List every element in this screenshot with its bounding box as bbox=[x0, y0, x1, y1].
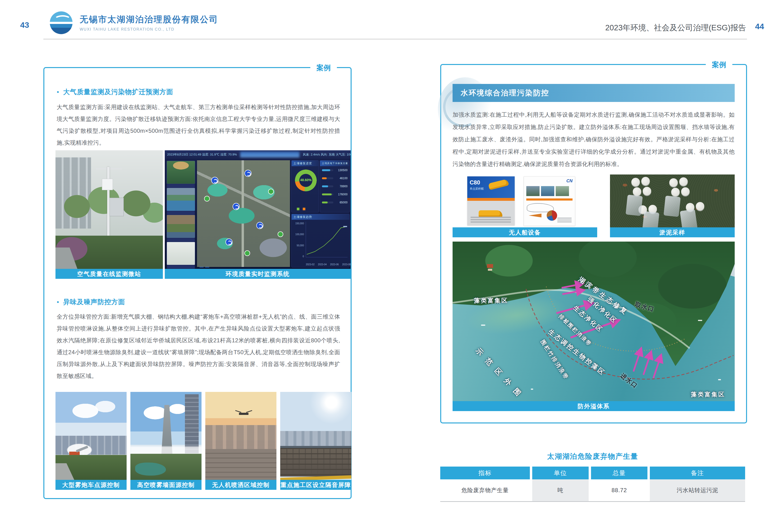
air-station-photo bbox=[55, 150, 163, 269]
figure-caption: 无人机喷洒区域控制 bbox=[205, 480, 276, 490]
gull-icon bbox=[54, 15, 71, 24]
map-marker bbox=[256, 222, 263, 229]
table-cell: 危险废弃物产生量 bbox=[440, 479, 530, 501]
figure-drone-spray: 无人机喷洒区域控制 bbox=[205, 392, 276, 490]
figure-caption: 高空喷雾墙面源控制 bbox=[131, 480, 201, 490]
mud-sampling-photo bbox=[610, 174, 735, 227]
figure-overflow-system: 湖滨带生态修复 强化净化区 生态净化区 排桩围栏消浪带 生态调控生物控藻区 围栏… bbox=[453, 242, 735, 411]
satellite-map bbox=[197, 160, 290, 267]
table-col-indicator: 指标 危险废弃物产生量 bbox=[440, 467, 530, 501]
header-divider bbox=[44, 39, 747, 39]
company-block: 无锡市太湖湖泊治理股份有限公司 WUXI TAIHU LAKE RESTORAT… bbox=[80, 14, 218, 31]
map-marker bbox=[245, 170, 252, 177]
camera-thumb bbox=[167, 242, 195, 265]
figure-mud: 淤泥采样 bbox=[610, 174, 735, 237]
figure-caption: 大型雾炮车点源控制 bbox=[55, 480, 127, 490]
drone-spray-photo bbox=[205, 392, 276, 480]
report-title: 2023年环境、社会及公司治理(ESG)报告 bbox=[605, 23, 746, 33]
table-cell: 吨 bbox=[532, 479, 589, 501]
company-name-en: WUXI TAIHU LAKE RESTORATION CO., LTD bbox=[80, 27, 218, 31]
sound-barrier-photo bbox=[280, 392, 351, 480]
section-body-air: 大气质量监测方面:采用建设在线监测站、大气走航车、第三方检测单位采样检测等针对性… bbox=[57, 101, 340, 149]
figure-sound-barrier: 重点施工区设立隔音屏障 bbox=[280, 392, 351, 490]
page-number-left: 43 bbox=[20, 20, 29, 30]
figure-boat: C80 单点采样船 CN 无人船设备 bbox=[453, 174, 597, 237]
map-marker-green bbox=[204, 196, 210, 201]
table-header: 总量 bbox=[591, 467, 647, 479]
map-marker-green bbox=[245, 250, 250, 256]
lake-rendering: 湖滨带生态修复 强化净化区 生态净化区 排桩围栏消浪带 生态调控生物控藻区 围栏… bbox=[453, 242, 735, 401]
trend-line-chart bbox=[305, 221, 348, 259]
panel-totals: 土壤及地下水修复总量 130500 46100 78900 176000 650… bbox=[320, 160, 350, 213]
fog-cannon-photo bbox=[55, 392, 127, 480]
section-body-odor: 全方位异味管控方面:新增充气膜大棚、钢结构大棚,构建“雾炮车+高空喷淋桩群+无人… bbox=[57, 311, 340, 382]
table-col-note: 备注 污水站转运污泥 bbox=[650, 467, 745, 501]
progress-value: 48.60% bbox=[295, 178, 317, 182]
table-header: 单位 bbox=[532, 467, 589, 479]
pie-diagram-shape bbox=[547, 210, 557, 221]
dashboard-datetime: 2023年8月23日 12:01:49 温度: 31.9℃ 湿度: 70.9% bbox=[167, 152, 237, 157]
brand-logo: CN bbox=[566, 178, 572, 184]
company-name-cn: 无锡市太湖湖泊治理股份有限公司 bbox=[80, 14, 218, 25]
case-body-water: 加强水质监测:在施工过程中,利用无人船等设备定期对水质进行监测,确保施工活动不对… bbox=[453, 109, 735, 170]
donut-legend bbox=[297, 208, 305, 210]
yellow-boat-shape bbox=[479, 210, 502, 217]
waste-table: 指标 危险废弃物产生量 单位 吨 总量 88.72 备注 污水站转运污泥 bbox=[440, 467, 745, 502]
figure-caption: 环境质量实时监测系统 bbox=[165, 269, 351, 279]
right-case-box: 案例 水环境综合治理污染防控 加强水质监测:在施工过程中,利用无人船等设备定期对… bbox=[440, 64, 747, 423]
case-tag-right: 案例 bbox=[706, 59, 732, 70]
figure-caption: 重点施工区设立隔音屏障 bbox=[280, 480, 351, 490]
drone-shape bbox=[239, 413, 248, 415]
brochure-page-1: C80 单点采样船 bbox=[467, 176, 515, 225]
case-banner: 水环境综合治理污染防控 bbox=[453, 84, 735, 102]
diagram-label: 藻类富集区 bbox=[474, 297, 508, 304]
trend-y-axis: 150,000 100,000 50,000 0 bbox=[293, 222, 304, 258]
panel-progress: 土壤修复进度 48.60% bbox=[291, 160, 319, 213]
table-title: 太湖湖泊危险废弃物产生量 bbox=[440, 452, 745, 461]
page-number-right: 44 bbox=[755, 22, 764, 31]
map-marker-green bbox=[268, 189, 274, 194]
dashboard-topbar: 2023年8月23日 12:01:49 温度: 31.9℃ 湿度: 70.9% … bbox=[165, 150, 351, 159]
figure-fog-cannon: 大型雾炮车点源控制 bbox=[55, 392, 127, 490]
figure-caption: 无人船设备 bbox=[453, 227, 597, 237]
report-spread: 43 无锡市太湖湖泊治理股份有限公司 WUXI TAIHU LAKE RESTO… bbox=[0, 0, 784, 532]
left-case-box: 案例 ● 大气质量监测及污染物扩迁预测方面 大气质量监测方面:采用建设在线监测站… bbox=[44, 67, 352, 499]
figure-dashboard: 2023年8月23日 12:01:49 温度: 31.9℃ 湿度: 70.9% … bbox=[165, 150, 351, 279]
diagram-label: 藻类富集区 bbox=[691, 390, 725, 398]
dashboard-screenshot: 2023年8月23日 12:01:49 温度: 31.9℃ 湿度: 70.9% … bbox=[165, 150, 351, 269]
panel-trend: 土壤修复趋势 150,000 100,000 50,000 0 2 bbox=[291, 214, 350, 268]
table-header: 备注 bbox=[650, 467, 745, 479]
map-marker bbox=[225, 239, 232, 246]
bullet-icon: ● bbox=[57, 90, 59, 94]
dashboard-title-blurred bbox=[240, 152, 300, 158]
figure-caption: 淤泥采样 bbox=[610, 227, 735, 237]
table-cell: 88.72 bbox=[591, 479, 647, 501]
trend-x-axis: 2023-02 2023-04 2023-06 2023-08 bbox=[306, 263, 351, 266]
camera-thumb bbox=[167, 188, 195, 211]
spray-wall-photo bbox=[131, 392, 201, 480]
camera-thumb bbox=[167, 215, 195, 238]
company-logo bbox=[50, 11, 73, 34]
map-marker bbox=[211, 177, 218, 184]
map-marker bbox=[232, 203, 240, 210]
section-title-air: ● 大气质量监测及污染物扩迁预测方面 bbox=[57, 87, 173, 96]
boat-brochure: C80 单点采样船 CN bbox=[453, 174, 597, 227]
section-title-odor: ● 异味及噪声防控方面 bbox=[57, 298, 125, 307]
dashboard-weather: 风速: 2.4m/s 风向: 东南 大气压: 100.5pa bbox=[303, 152, 351, 157]
table-col-total: 总量 88.72 bbox=[591, 467, 647, 501]
figure-caption: 防外溢体系 bbox=[453, 401, 735, 411]
bullet-icon: ● bbox=[57, 300, 59, 304]
table-col-unit: 单位 吨 bbox=[532, 467, 589, 501]
table-header: 指标 bbox=[440, 467, 530, 479]
table-cell: 污水站转运污泥 bbox=[650, 479, 745, 501]
map-marker-green bbox=[278, 231, 283, 237]
case-tag-left: 案例 bbox=[310, 62, 337, 73]
figure-air-station: 空气质量在线监测微站 bbox=[55, 150, 163, 279]
figure-caption: 空气质量在线监测微站 bbox=[55, 269, 163, 279]
camera-thumb bbox=[167, 161, 195, 184]
brochure-page-2: CN bbox=[524, 176, 575, 226]
figure-spray-wall: 高空喷雾墙面源控制 bbox=[131, 392, 201, 490]
